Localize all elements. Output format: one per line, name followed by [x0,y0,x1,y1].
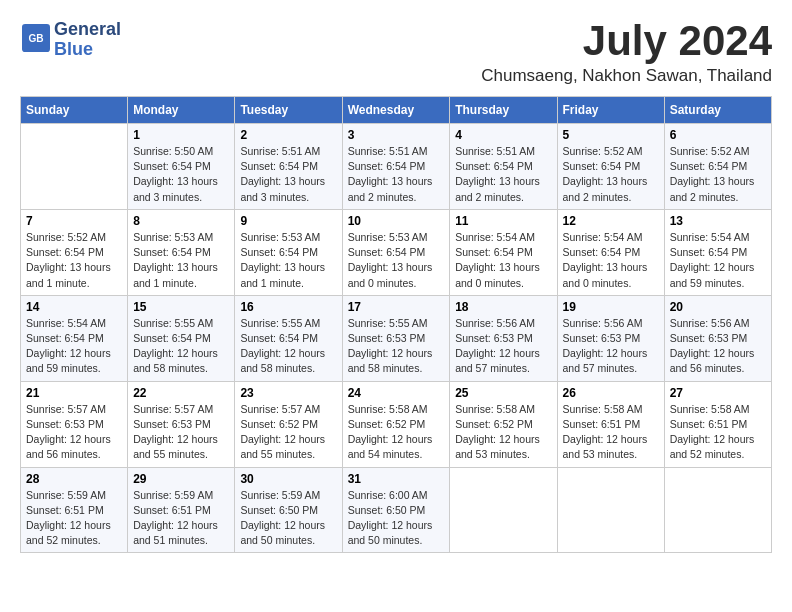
day-number: 18 [455,300,551,314]
day-info: Sunrise: 5:57 AM Sunset: 6:53 PM Dayligh… [26,402,122,463]
calendar-body: 1Sunrise: 5:50 AM Sunset: 6:54 PM Daylig… [21,124,772,553]
calendar-cell: 14Sunrise: 5:54 AM Sunset: 6:54 PM Dayli… [21,295,128,381]
calendar-cell: 25Sunrise: 5:58 AM Sunset: 6:52 PM Dayli… [450,381,557,467]
calendar-cell: 18Sunrise: 5:56 AM Sunset: 6:53 PM Dayli… [450,295,557,381]
calendar-week-row: 14Sunrise: 5:54 AM Sunset: 6:54 PM Dayli… [21,295,772,381]
logo-line1: General [54,19,121,39]
calendar-cell: 8Sunrise: 5:53 AM Sunset: 6:54 PM Daylig… [128,209,235,295]
svg-text:GB: GB [28,33,43,44]
day-info: Sunrise: 5:58 AM Sunset: 6:52 PM Dayligh… [455,402,551,463]
calendar-cell: 17Sunrise: 5:55 AM Sunset: 6:53 PM Dayli… [342,295,450,381]
day-info: Sunrise: 5:57 AM Sunset: 6:53 PM Dayligh… [133,402,229,463]
day-info: Sunrise: 5:53 AM Sunset: 6:54 PM Dayligh… [133,230,229,291]
day-number: 7 [26,214,122,228]
day-info: Sunrise: 5:50 AM Sunset: 6:54 PM Dayligh… [133,144,229,205]
day-info: Sunrise: 5:51 AM Sunset: 6:54 PM Dayligh… [348,144,445,205]
day-info: Sunrise: 5:54 AM Sunset: 6:54 PM Dayligh… [670,230,766,291]
day-info: Sunrise: 5:51 AM Sunset: 6:54 PM Dayligh… [455,144,551,205]
calendar-cell: 28Sunrise: 5:59 AM Sunset: 6:51 PM Dayli… [21,467,128,553]
day-info: Sunrise: 5:59 AM Sunset: 6:51 PM Dayligh… [133,488,229,549]
calendar-cell [664,467,771,553]
calendar-cell: 29Sunrise: 5:59 AM Sunset: 6:51 PM Dayli… [128,467,235,553]
calendar-cell: 15Sunrise: 5:55 AM Sunset: 6:54 PM Dayli… [128,295,235,381]
calendar-cell: 26Sunrise: 5:58 AM Sunset: 6:51 PM Dayli… [557,381,664,467]
logo: GB General Blue [20,20,121,60]
day-number: 21 [26,386,122,400]
calendar-cell: 31Sunrise: 6:00 AM Sunset: 6:50 PM Dayli… [342,467,450,553]
day-number: 25 [455,386,551,400]
day-number: 6 [670,128,766,142]
day-number: 28 [26,472,122,486]
calendar-cell: 22Sunrise: 5:57 AM Sunset: 6:53 PM Dayli… [128,381,235,467]
day-number: 24 [348,386,445,400]
calendar-week-row: 1Sunrise: 5:50 AM Sunset: 6:54 PM Daylig… [21,124,772,210]
day-number: 5 [563,128,659,142]
day-info: Sunrise: 5:54 AM Sunset: 6:54 PM Dayligh… [563,230,659,291]
calendar-table: SundayMondayTuesdayWednesdayThursdayFrid… [20,96,772,553]
day-number: 20 [670,300,766,314]
day-number: 4 [455,128,551,142]
month-year: July 2024 [481,20,772,62]
day-number: 9 [240,214,336,228]
day-number: 19 [563,300,659,314]
calendar-cell: 27Sunrise: 5:58 AM Sunset: 6:51 PM Dayli… [664,381,771,467]
calendar-header-row: SundayMondayTuesdayWednesdayThursdayFrid… [21,97,772,124]
calendar-cell: 4Sunrise: 5:51 AM Sunset: 6:54 PM Daylig… [450,124,557,210]
day-number: 22 [133,386,229,400]
calendar-cell: 21Sunrise: 5:57 AM Sunset: 6:53 PM Dayli… [21,381,128,467]
day-number: 17 [348,300,445,314]
day-number: 8 [133,214,229,228]
calendar-cell: 3Sunrise: 5:51 AM Sunset: 6:54 PM Daylig… [342,124,450,210]
calendar-cell: 6Sunrise: 5:52 AM Sunset: 6:54 PM Daylig… [664,124,771,210]
calendar-cell: 5Sunrise: 5:52 AM Sunset: 6:54 PM Daylig… [557,124,664,210]
day-info: Sunrise: 5:53 AM Sunset: 6:54 PM Dayligh… [348,230,445,291]
calendar-cell: 13Sunrise: 5:54 AM Sunset: 6:54 PM Dayli… [664,209,771,295]
day-number: 16 [240,300,336,314]
calendar-cell: 24Sunrise: 5:58 AM Sunset: 6:52 PM Dayli… [342,381,450,467]
day-info: Sunrise: 5:52 AM Sunset: 6:54 PM Dayligh… [670,144,766,205]
calendar-cell: 1Sunrise: 5:50 AM Sunset: 6:54 PM Daylig… [128,124,235,210]
day-info: Sunrise: 5:53 AM Sunset: 6:54 PM Dayligh… [240,230,336,291]
day-number: 1 [133,128,229,142]
day-info: Sunrise: 5:58 AM Sunset: 6:51 PM Dayligh… [670,402,766,463]
day-info: Sunrise: 5:55 AM Sunset: 6:54 PM Dayligh… [133,316,229,377]
calendar-cell: 19Sunrise: 5:56 AM Sunset: 6:53 PM Dayli… [557,295,664,381]
title-block: July 2024 Chumsaeng, Nakhon Sawan, Thail… [481,20,772,86]
day-info: Sunrise: 5:52 AM Sunset: 6:54 PM Dayligh… [26,230,122,291]
weekday-header: Monday [128,97,235,124]
day-number: 14 [26,300,122,314]
weekday-header: Saturday [664,97,771,124]
day-number: 2 [240,128,336,142]
day-number: 11 [455,214,551,228]
day-info: Sunrise: 5:55 AM Sunset: 6:53 PM Dayligh… [348,316,445,377]
calendar-cell: 7Sunrise: 5:52 AM Sunset: 6:54 PM Daylig… [21,209,128,295]
calendar-week-row: 28Sunrise: 5:59 AM Sunset: 6:51 PM Dayli… [21,467,772,553]
day-number: 27 [670,386,766,400]
calendar-week-row: 7Sunrise: 5:52 AM Sunset: 6:54 PM Daylig… [21,209,772,295]
day-number: 13 [670,214,766,228]
day-info: Sunrise: 5:56 AM Sunset: 6:53 PM Dayligh… [670,316,766,377]
day-number: 15 [133,300,229,314]
day-number: 23 [240,386,336,400]
day-info: Sunrise: 5:51 AM Sunset: 6:54 PM Dayligh… [240,144,336,205]
day-info: Sunrise: 5:54 AM Sunset: 6:54 PM Dayligh… [26,316,122,377]
weekday-header: Sunday [21,97,128,124]
day-number: 12 [563,214,659,228]
day-info: Sunrise: 5:54 AM Sunset: 6:54 PM Dayligh… [455,230,551,291]
page-header: GB General Blue July 2024 Chumsaeng, Nak… [20,20,772,86]
calendar-cell [21,124,128,210]
day-info: Sunrise: 5:59 AM Sunset: 6:51 PM Dayligh… [26,488,122,549]
weekday-header: Friday [557,97,664,124]
logo-icon: GB [22,24,50,52]
calendar-cell: 16Sunrise: 5:55 AM Sunset: 6:54 PM Dayli… [235,295,342,381]
day-number: 10 [348,214,445,228]
day-info: Sunrise: 5:58 AM Sunset: 6:52 PM Dayligh… [348,402,445,463]
day-number: 29 [133,472,229,486]
day-number: 3 [348,128,445,142]
day-info: Sunrise: 5:59 AM Sunset: 6:50 PM Dayligh… [240,488,336,549]
weekday-header: Thursday [450,97,557,124]
location: Chumsaeng, Nakhon Sawan, Thailand [481,66,772,86]
day-info: Sunrise: 5:55 AM Sunset: 6:54 PM Dayligh… [240,316,336,377]
day-number: 26 [563,386,659,400]
day-info: Sunrise: 5:58 AM Sunset: 6:51 PM Dayligh… [563,402,659,463]
